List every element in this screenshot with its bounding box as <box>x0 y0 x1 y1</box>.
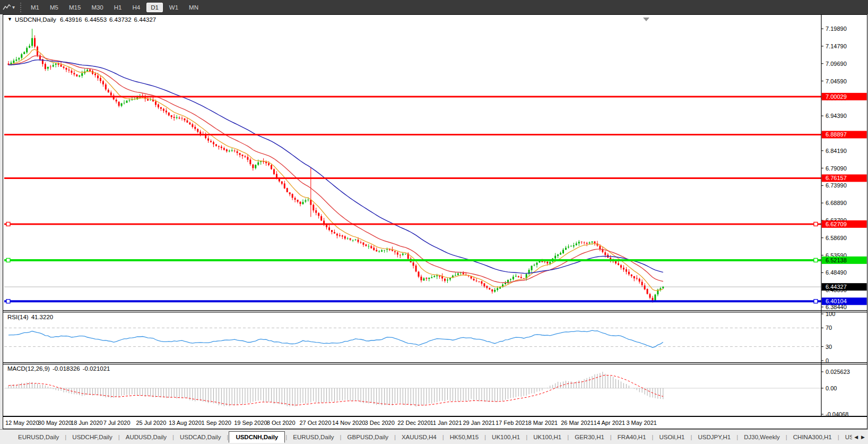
rsi-value: 41.3220 <box>31 314 54 320</box>
candle-body <box>53 65 54 67</box>
tab-separator: | <box>118 434 120 440</box>
timeframe-button-m15[interactable]: M15 <box>65 3 85 12</box>
symbol-tab-uk100-h1[interactable]: UK100,H1 <box>528 431 567 443</box>
line-handle[interactable] <box>814 258 818 262</box>
tab-scroll-left-icon[interactable]: ◀ <box>854 434 858 440</box>
symbol-tab-ger30-h1[interactable]: GER30,H1 <box>569 431 610 443</box>
timeframe-button-d1[interactable]: D1 <box>146 3 163 12</box>
date-label: 8 Mar 2021 <box>528 420 558 426</box>
candle-body <box>557 254 559 256</box>
date-label: 30 May 2020 <box>38 420 72 426</box>
timeframe-button-w1[interactable]: W1 <box>165 3 183 12</box>
candle-body <box>546 262 548 263</box>
candle-body <box>397 252 398 254</box>
symbol-tab-dj30-weekly[interactable]: DJ30,Weekly <box>739 431 785 443</box>
timeframe-button-m5[interactable]: M5 <box>46 3 63 12</box>
line-handle[interactable] <box>6 222 10 226</box>
timeframe-buttons: M1M5M15M30H1H4D1W1MN <box>27 3 203 12</box>
candle-body <box>615 261 617 263</box>
timeframe-button-h4[interactable]: H4 <box>128 3 144 12</box>
candle-body <box>66 68 67 70</box>
symbol-tab-usoil-h1[interactable]: USOil,H1 <box>654 431 690 443</box>
tab-separator: | <box>786 434 787 440</box>
candle-body <box>649 294 651 298</box>
chart-type-icon[interactable] <box>3 3 11 12</box>
date-axis[interactable]: 12 May 202030 May 202018 Jun 20207 Jul 2… <box>5 420 657 426</box>
symbol-tab-usdjpy-h1[interactable]: USDJPY,H1 <box>692 431 736 443</box>
price-tick-label: 7.19890 <box>826 25 847 32</box>
candle-body <box>420 277 422 280</box>
symbol-tab-china300-h1[interactable]: CHINA300,H1 <box>788 431 837 443</box>
chart-shift-marker[interactable] <box>643 18 649 21</box>
symbol-tab-usdchf-daily[interactable]: USDCHF,Daily <box>67 431 117 443</box>
candle-body <box>475 280 477 281</box>
symbol-dropdown-icon[interactable]: ▼ <box>7 16 12 23</box>
line-handle[interactable] <box>814 222 818 226</box>
symbol-tab-fra40-h1[interactable]: FRA40,H1 <box>612 431 652 443</box>
symbol-tab-uk100-h1[interactable]: UK100,H1 <box>487 431 525 443</box>
symbol-tab-hk50-m15[interactable]: HK50,M15 <box>445 431 484 443</box>
timeframe-button-h1[interactable]: H1 <box>110 3 126 12</box>
timeframe-button-m30[interactable]: M30 <box>87 3 107 12</box>
candle-body <box>189 123 190 125</box>
candle-body <box>344 236 346 238</box>
candle-body <box>294 198 296 200</box>
price-axis[interactable]: 7.198907.147907.096907.045906.994906.943… <box>821 15 867 417</box>
symbol-tab-audusd-daily[interactable]: AUDUSD,Daily <box>120 431 172 443</box>
main-price-panel[interactable] <box>4 18 821 303</box>
candle-body <box>218 146 220 147</box>
line-handle[interactable] <box>814 300 818 303</box>
candle-body <box>352 240 354 241</box>
tab-separator: | <box>838 434 839 440</box>
rsi-line <box>8 330 663 347</box>
candle-body <box>23 52 25 54</box>
candle-body <box>89 70 91 71</box>
candle-body <box>400 255 401 255</box>
line-handle[interactable] <box>6 258 10 262</box>
panel-separator[interactable] <box>3 362 867 363</box>
panel-separator[interactable] <box>3 310 867 311</box>
candle-body <box>370 246 372 248</box>
rsi-name: RSI(14) <box>7 314 29 320</box>
candle-body <box>384 250 385 251</box>
candle-body <box>415 266 417 271</box>
candle-body <box>423 278 424 280</box>
candle-body <box>633 276 635 278</box>
candle-body <box>292 194 293 198</box>
symbol-tab-usdcad-daily[interactable]: USDCAD,Daily <box>175 431 226 443</box>
candle-body <box>150 100 151 100</box>
candle-body <box>436 276 438 277</box>
rsi-panel[interactable] <box>4 328 821 347</box>
rsi-indicator-label: RSI(14) 41.3220 <box>7 314 53 320</box>
candle-body <box>334 232 335 234</box>
ohlc-low: 6.43732 <box>109 16 132 23</box>
panel-separator[interactable] <box>3 364 867 364</box>
candle-body <box>221 147 222 148</box>
candle-body <box>573 245 575 246</box>
timeframe-button-m1[interactable]: M1 <box>27 3 44 12</box>
chart-type-dropdown-icon[interactable]: ▾ <box>12 4 15 10</box>
candle-body <box>626 269 627 272</box>
date-label: 8 Oct 2020 <box>267 420 296 426</box>
candle-body <box>223 148 225 150</box>
candle-body <box>302 202 303 204</box>
panel-separator[interactable] <box>3 312 867 312</box>
date-label: 27 Oct 2020 <box>299 420 331 426</box>
symbol-tab-eurusd-daily[interactable]: EURUSD,Daily <box>288 431 339 443</box>
candle-body <box>362 243 364 245</box>
price-tick-label: 7.14790 <box>826 43 847 49</box>
line-handle[interactable] <box>6 300 10 303</box>
chart-canvas[interactable]: 7.198907.147907.096907.045906.994906.943… <box>3 15 867 429</box>
candle-body <box>163 109 164 111</box>
candle-body <box>215 144 217 146</box>
symbol-tab-xauusd-h4[interactable]: XAUUSD,H4 <box>396 431 442 443</box>
symbol-tab-gbpusd-daily[interactable]: GBPUSD,Daily <box>342 431 394 443</box>
candle-body <box>50 67 51 67</box>
symbol-tab-eurusd-daily[interactable]: EURUSD,Daily <box>13 431 64 443</box>
macd-panel[interactable] <box>4 372 821 407</box>
candle-body <box>623 268 624 269</box>
symbol-tab-usdcnh-daily[interactable]: USDCNH,Daily <box>229 431 285 443</box>
timeframe-button-mn[interactable]: MN <box>185 3 203 12</box>
candle-body <box>86 70 88 71</box>
tab-scroll-right-icon[interactable]: ▶ <box>861 434 865 440</box>
